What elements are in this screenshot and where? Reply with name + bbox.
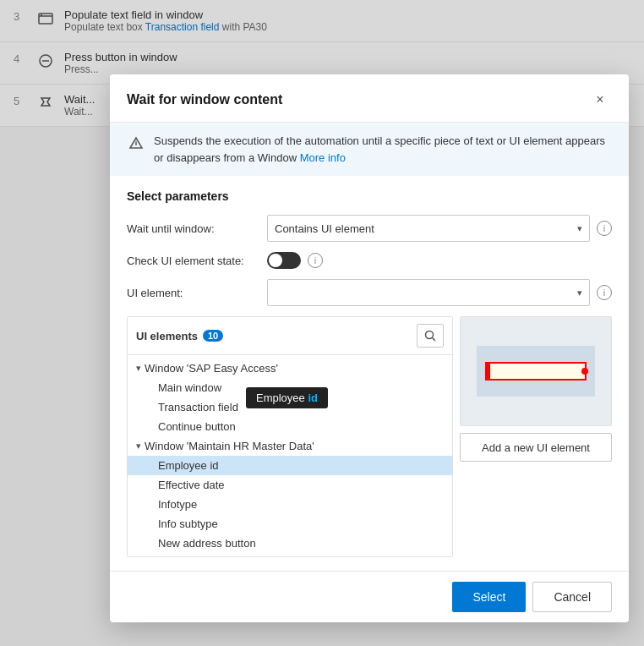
tree-group-sap: ▾ Window 'SAP Easy Access' Main window T… — [128, 359, 452, 436]
preview-inner — [477, 346, 595, 397]
wait-until-label: Wait until window: — [127, 222, 260, 235]
param-row-wait-until: Wait until window: Contains UI element ▾… — [127, 215, 612, 242]
wait-until-value: Contains UI element — [275, 222, 374, 235]
check-state-control: i — [267, 252, 612, 269]
svg-point-7 — [426, 331, 434, 339]
tree-child-main-window[interactable]: Main window — [128, 378, 452, 397]
tree-child-new-address-button[interactable]: New address button — [128, 534, 452, 553]
wait-for-window-modal: Wait for window content × Suspends the e… — [110, 74, 629, 622]
elements-count-badge: 10 — [203, 330, 223, 342]
params-title: Select parameters — [127, 189, 612, 203]
tree-parent-hr[interactable]: ▾ Window 'Maintain HR Master Data' — [128, 436, 452, 456]
tree-arrow-hr: ▾ — [136, 441, 141, 452]
tree-child-continue-button[interactable]: Continue button — [128, 417, 452, 436]
preview-field-highlight — [485, 362, 587, 380]
add-ui-element-button[interactable]: Add a new UI element — [460, 433, 612, 462]
ui-element-info-icon[interactable]: i — [597, 285, 612, 300]
search-button[interactable] — [417, 324, 444, 348]
wait-until-info-icon[interactable]: i — [597, 221, 612, 236]
tree-child-transaction-field[interactable]: Transaction field — [128, 397, 452, 417]
info-banner-text: Suspends the execution of the automation… — [154, 133, 612, 166]
ui-elements-panel: UI elements 10 ▾ Window 'SAP Easy Access… — [110, 316, 629, 571]
preview-panel: Add a new UI element — [460, 316, 612, 557]
params-section: Select parameters Wait until window: Con… — [110, 176, 629, 306]
preview-dot — [581, 368, 588, 375]
check-state-label: Check UI element state: — [127, 255, 260, 267]
select-button[interactable]: Select — [452, 582, 526, 612]
elements-tree: ▾ Window 'SAP Easy Access' Main window T… — [128, 355, 452, 556]
check-state-toggle[interactable] — [267, 252, 301, 269]
tree-parent-hr-label: Window 'Maintain HR Master Data' — [145, 440, 314, 452]
modal-title: Wait for window content — [127, 92, 282, 107]
svg-line-8 — [433, 338, 436, 342]
more-info-link[interactable]: More info — [300, 151, 346, 164]
ui-element-label: UI element: — [127, 287, 260, 299]
ui-element-input[interactable]: ▾ — [267, 279, 590, 306]
elements-list-header: UI elements 10 — [128, 317, 452, 355]
ui-element-control: ▾ i — [267, 279, 612, 306]
wait-until-control: Contains UI element ▾ i — [267, 215, 612, 242]
cancel-button[interactable]: Cancel — [532, 582, 612, 612]
tree-parent-sap[interactable]: ▾ Window 'SAP Easy Access' — [128, 359, 452, 378]
tree-child-employee-id[interactable]: Employee id — [128, 456, 452, 475]
chevron-down-icon: ▾ — [577, 223, 582, 234]
param-row-ui-element: UI element: ▾ i — [127, 279, 612, 306]
param-row-check-state: Check UI element state: i — [127, 252, 612, 269]
elements-title: UI elements 10 — [136, 330, 223, 342]
elements-list: UI elements 10 ▾ Window 'SAP Easy Access… — [127, 316, 453, 557]
modal-footer: Select Cancel — [110, 571, 629, 622]
info-banner: Suspends the execution of the automation… — [110, 123, 629, 176]
svg-point-6 — [135, 140, 136, 141]
modal-header: Wait for window content × — [110, 74, 629, 123]
close-button[interactable]: × — [588, 88, 612, 112]
wait-until-dropdown[interactable]: Contains UI element ▾ — [267, 215, 590, 242]
tree-group-hr: ▾ Window 'Maintain HR Master Data' Emplo… — [128, 436, 452, 553]
tree-child-info-subtype[interactable]: Info subtype — [128, 514, 452, 534]
tree-child-infotype[interactable]: Infotype — [128, 495, 452, 514]
element-preview-image — [460, 316, 612, 426]
elements-title-label: UI elements — [136, 330, 198, 342]
info-banner-icon — [127, 134, 145, 155]
tree-parent-sap-label: Window 'SAP Easy Access' — [145, 362, 278, 375]
check-state-info-icon[interactable]: i — [308, 253, 323, 268]
ui-element-chevron-icon: ▾ — [577, 287, 582, 298]
info-text-content: Suspends the execution of the automation… — [154, 134, 605, 164]
tree-arrow-sap: ▾ — [136, 363, 141, 374]
tree-child-effective-date[interactable]: Effective date — [128, 475, 452, 495]
toggle-knob — [269, 254, 282, 267]
